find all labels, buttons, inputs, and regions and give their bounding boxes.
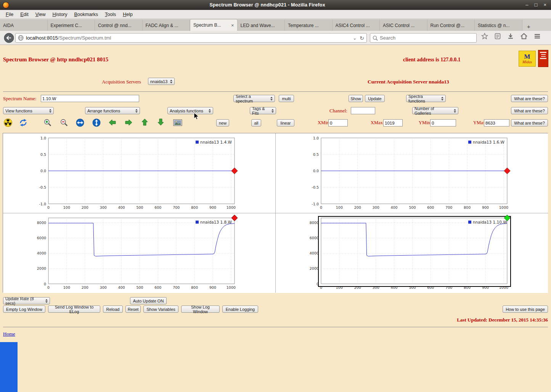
svg-text:300: 300 [373,205,379,210]
send-log-window-to-elog-button[interactable]: Send Log Window to ELog [48,306,100,313]
svg-text:0: 0 [47,205,50,210]
linear-button[interactable]: linear [277,119,294,126]
search-input[interactable] [380,35,474,41]
show-button[interactable]: Show [349,95,363,102]
maximize-icon[interactable]: □ [535,0,538,10]
zoom-out-icon[interactable] [60,118,68,127]
menu-history[interactable]: History [49,11,71,18]
svg-text:6000: 6000 [310,236,319,240]
close-icon[interactable]: × [543,0,546,10]
menu-hamburger-icon[interactable] [534,33,541,41]
tab-spectrum-browser[interactable]: Spectrum B... × [190,19,238,31]
analysis-functions-select[interactable]: Analysis functions [167,107,213,114]
svg-text:0: 0 [320,205,322,210]
tab-fadc-align[interactable]: FADC Align & ... [143,20,190,31]
show-log-window-button[interactable]: Show Log Window [181,306,220,313]
select-spectrum-select[interactable]: Select a spectrum [233,95,275,102]
enable-logging-button[interactable]: Enable Logging [222,306,258,313]
ymin-input[interactable] [430,119,456,126]
arrow-left-icon[interactable] [108,119,116,126]
downloads-icon[interactable] [507,33,514,41]
search-bar[interactable] [370,33,477,43]
spectrum-plot-nnaida13-1-6-W[interactable]: 01002003004005006007008009001000-1.0-0.5… [276,133,548,213]
snapshot-icon[interactable] [173,119,182,126]
tab-temperature[interactable]: Temperature ... [285,20,333,31]
update-rate-select[interactable]: Update Rate (8 secs) [3,297,50,304]
select-caret-icon [209,109,211,113]
auto-update-button[interactable]: Auto Update ON [130,297,167,304]
all-button[interactable]: all [251,119,261,126]
how-to-use-button[interactable]: How to use this page [503,306,548,313]
channel-input[interactable] [351,107,375,114]
new-button[interactable]: new [216,119,229,126]
reload-icon[interactable]: ↻ [360,35,364,41]
zoom-in-icon[interactable] [43,118,52,127]
new-tab-icon[interactable]: + [524,22,534,31]
tab-aida[interactable]: AIDA [0,20,48,31]
empty-log-window-button[interactable]: Empty Log Window [3,306,45,313]
site-identity-icon[interactable] [18,35,24,41]
xmax-input[interactable] [383,119,403,126]
back-icon[interactable] [4,33,14,45]
svg-text:700: 700 [445,205,452,210]
what-are-these-button-2[interactable]: What are these? [511,107,548,114]
reload-button[interactable]: Reload [103,306,123,313]
mouse-cursor [194,112,199,122]
home-link[interactable]: Home [3,331,15,337]
svg-text:600: 600 [154,205,161,210]
spectrum-plot-nnaida13-1-4-W[interactable]: 01002003004005006007008009001000-1.0-0.5… [3,133,275,213]
midas-logo: M Midas [519,51,536,67]
acquisition-servers-label: Acquisition Servers [102,79,141,85]
svg-text:400: 400 [390,285,397,290]
menu-file[interactable]: File [2,11,17,18]
minimize-icon[interactable]: – [525,0,528,10]
svg-text:900: 900 [209,285,216,290]
tab-asic-control[interactable]: ASIC Control ... [380,20,427,31]
arrange-functions-select[interactable]: Arrange functions [85,107,140,114]
number-of-galleries-select[interactable]: Number of Galleries [412,107,458,114]
ymax-input[interactable] [484,119,509,126]
svg-text:700: 700 [173,205,180,210]
radiation-icon[interactable] [4,118,12,127]
expand-vertical-icon[interactable] [92,118,101,127]
tab-asic4-control[interactable]: ASIC4 Control ... [333,20,380,31]
bookmarks-menu-icon[interactable] [494,33,501,41]
what-are-these-button-3[interactable]: What are these? [511,119,548,126]
tab-experiment[interactable]: Experiment C... [48,20,95,31]
arrow-up-icon[interactable] [141,118,148,126]
expand-horizontal-icon[interactable] [76,118,84,127]
spectrum-name-input[interactable] [41,95,139,102]
svg-text:100: 100 [63,285,70,290]
xmin-input[interactable] [328,119,348,126]
view-functions-select[interactable]: View functions [3,107,54,114]
tab-run-control[interactable]: Run Control @... [427,20,475,31]
tab-led-wave[interactable]: LED and Wave... [238,20,285,31]
menu-bookmarks[interactable]: Bookmarks [71,11,102,18]
tab-close-icon[interactable]: × [231,22,234,28]
spectra-functions-select[interactable]: Spectra functions [406,95,446,102]
tab-control[interactable]: Control @ nnd... [95,20,143,31]
url-bar[interactable]: localhost:8015/Spectrum/Spectrum.tml ⌄ ↻ [15,33,367,43]
what-are-these-button-1[interactable]: What are these? [511,95,548,102]
spectrum-plot-nnaida13-1-8-W[interactable]: 0100200300400500600700800900100002000400… [3,213,275,293]
arrow-right-icon[interactable] [125,119,133,126]
menu-help[interactable]: Help [119,11,136,18]
reset-button[interactable]: Reset [125,306,141,313]
update-button[interactable]: Update [365,95,385,102]
url-dropdown-icon[interactable]: ⌄ [353,35,357,41]
spectrum-plot-nnaida13-1-10-W[interactable]: 0100200300400500600700800900100002000400… [276,213,548,293]
menu-edit[interactable]: Edit [17,11,32,18]
tags-fits-select[interactable]: Tags & Fits [250,107,276,114]
acquisition-server-select[interactable]: nnaida13 [148,78,175,85]
select-caret-icon [271,109,274,113]
home-icon[interactable] [520,33,528,41]
refresh-icon[interactable] [19,118,27,127]
multi-button[interactable]: multi [279,95,294,102]
menu-view[interactable]: View [32,11,49,18]
arrow-down-icon[interactable] [157,118,164,126]
show-variables-button[interactable]: Show Variables [143,306,178,313]
bookmark-star-icon[interactable] [481,33,488,41]
tab-statistics[interactable]: Statistics @ n... [475,20,522,31]
menu-tools[interactable]: Tools [101,11,119,18]
svg-text:8000: 8000 [37,221,46,225]
